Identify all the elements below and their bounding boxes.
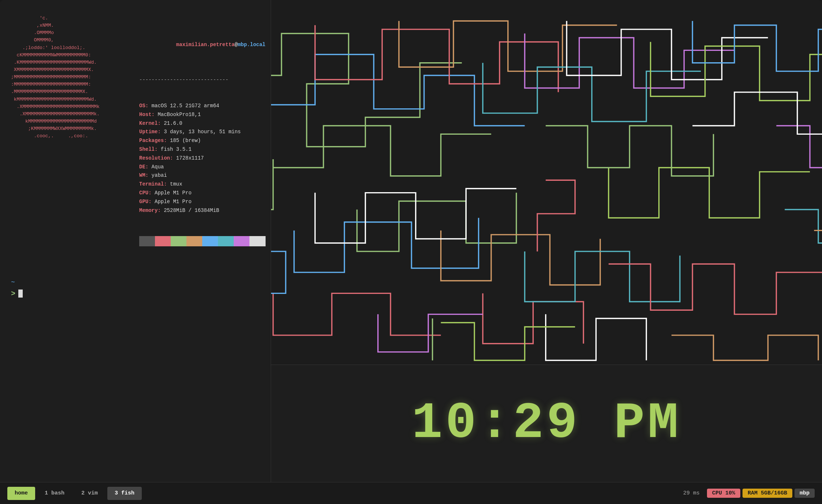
sysinfo-field: Memory: 2528MiB / 16384MiB [139,206,266,215]
status-bar: home 1 bash 2 vim 3 fish 29 ms CPU 10% R… [0,482,822,504]
color-swatch [218,236,234,246]
color-swatch [186,236,202,246]
color-swatches [139,236,266,246]
status-host: mbp [795,489,815,498]
color-swatch [202,236,218,246]
cursor [18,290,23,298]
separator: ----------------------------- [139,76,266,85]
status-latency: 29 ms [683,490,700,496]
sysinfo-field: Terminal: tmux [139,180,266,189]
sysinfo-field: GPU: Apple M1 Pro [139,198,266,206]
tilde: ~ [11,279,260,286]
sysinfo-field: WM: yabai [139,171,266,180]
main-content: 'c. ,xNMM. .OMMMMo OMMMM0, .;loddo:' loo… [0,0,822,482]
hostname: mbp.local [238,42,266,48]
tab-vim[interactable]: 2 vim [74,487,105,500]
ascii-art: 'c. ,xNMM. .OMMMMo OMMMM0, .;loddo:' loo… [11,15,128,264]
sysinfo-header: maximilian.petretta@mbp.local [139,32,266,58]
color-swatch [155,236,171,246]
terminal-window: 'c. ,xNMM. .OMMMMo OMMMM0, .;loddo:' loo… [0,0,822,504]
clock-area: 10:29 PM [271,365,822,482]
prompt-arrow: > [11,290,15,298]
sysinfo-field: Packages: 185 (brew) [139,137,266,145]
status-cpu: CPU 10% [707,489,740,498]
color-swatch [234,236,249,246]
sysinfo-field: Host: MacBookPro18,1 [139,111,266,119]
left-pane: 'c. ,xNMM. .OMMMMo OMMMM0, .;loddo:' loo… [0,0,271,482]
sysinfo-field: Uptime: 3 days, 13 hours, 51 mins [139,128,266,137]
tab-home[interactable]: home [7,487,35,500]
sysinfo-field: Kernel: 21.6.0 [139,119,266,128]
sysinfo-field: Resolution: 1728x1117 [139,154,266,163]
sysinfo-field: Shell: fish 3.5.1 [139,145,266,154]
status-ram: RAM 5GB/16GB [743,489,792,498]
color-swatch [249,236,265,246]
pipes-area [271,0,822,365]
username: maximilian.petretta [176,42,235,48]
tab-fish[interactable]: 3 fish [107,487,142,500]
clock-display: 10:29 PM [412,398,681,449]
shell-area: ~ > [0,271,271,482]
sysinfo-field: OS: macOS 12.5 21G72 arm64 [139,102,266,111]
sysinfo-fields: OS: macOS 12.5 21G72 arm64Host: MacBookP… [139,102,266,215]
color-swatch [171,236,186,246]
prompt[interactable]: > [11,290,260,298]
color-swatch [139,236,155,246]
right-pane: 10:29 PM [271,0,822,482]
sysinfo-field: CPU: Apple M1 Pro [139,189,266,198]
tab-bash[interactable]: 1 bash [37,487,72,500]
sysinfo-field: DE: Aqua [139,163,266,172]
pipes-canvas [271,0,822,365]
neofetch-area: 'c. ,xNMM. .OMMMMo OMMMM0, .;loddo:' loo… [0,0,271,271]
sysinfo: maximilian.petretta@mbp.local ----------… [139,15,266,264]
